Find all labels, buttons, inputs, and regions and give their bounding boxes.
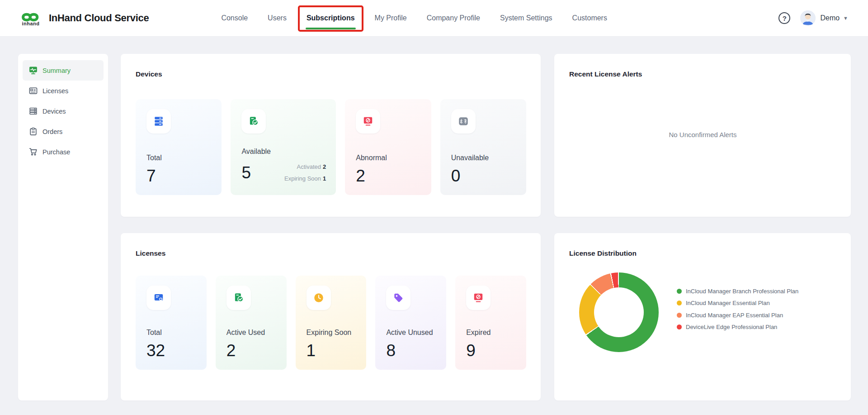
nav-tab-subscriptions[interactable]: Subscriptions [307,0,355,36]
donut-hole [594,287,644,337]
nav-tab-system-settings[interactable]: System Settings [500,0,552,36]
legend-item: InCloud Manager Essential Plan [677,297,798,310]
nav-tab-company-profile[interactable]: Company Profile [427,0,480,36]
tile-value: 7 [146,167,156,184]
licenses-card: Licenses Total 32 [121,233,541,401]
nav-tab-subscriptions-label: Subscriptions [307,14,355,22]
summary-monitor-pulse-icon [29,66,38,75]
sidebar-label: Licenses [42,87,68,95]
devices-card: Devices Total 7 [121,54,541,217]
tag-icon [386,286,410,310]
tile-value: 5 [241,164,251,181]
sidebar-item-devices[interactable]: Devices [23,101,104,121]
substat-expiring-soon: Expiring Soon1 [284,173,326,184]
device-total-tile: Total 7 [136,99,222,195]
sidebar-label: Summary [42,67,71,74]
tile-value: 32 [146,342,165,359]
tile-value: 2 [356,167,365,184]
tile-value: 1 [307,342,316,359]
legend-dot-green [677,289,682,294]
chevron-down-icon: ▼ [843,15,848,21]
server-stack-icon [29,107,38,115]
app-title: InHand Cloud Service [49,12,149,24]
sidebar-label: Purchase [42,148,70,156]
primary-nav: Console Users Subscriptions My Profile C… [221,0,607,36]
tile-value: 9 [466,342,476,359]
legend-item: DeviceLive Edge Professional Plan [677,321,798,334]
sidebar-item-orders[interactable]: Orders [23,121,104,142]
alerts-card-title: Recent License Alerts [569,70,836,78]
inhand-logo-icon: inhand [18,10,43,26]
tile-label: Expired [466,329,516,337]
active-tab-underline [306,28,356,29]
certificate-icon [146,286,171,310]
license-distribution-donut-chart[interactable] [579,272,659,352]
logo-wordmark: inhand [22,21,39,26]
substat-activated: Activated2 [284,161,326,172]
legend-item: InCloud Manager Branch Professional Plan [677,285,798,297]
device-check-icon [241,109,266,134]
license-expired-tile: Expired 9 [455,276,526,370]
legend-label: InCloud Manager Branch Professional Plan [686,288,798,295]
user-avatar [800,10,816,26]
tile-label: Expiring Soon [307,329,357,337]
nav-tab-console[interactable]: Console [221,0,248,36]
legend-label: InCloud Manager Essential Plan [686,300,770,306]
nav-tab-users[interactable]: Users [268,0,287,36]
clipboard-icon [29,127,38,136]
tile-label: Active Unused [386,329,436,337]
legend-dot-red [677,324,682,329]
legend-dot-orange [677,313,682,318]
device-available-tile: Available 5 Activated2 Expiring Soon1 [231,99,336,195]
monitor-blocked-icon [466,286,491,310]
sidebar-label: Devices [42,108,66,115]
brand-logo[interactable]: inhand InHand Cloud Service [18,10,149,26]
user-menu[interactable]: Demo ▼ [800,10,848,26]
license-active-used-tile: Active Used 2 [216,276,287,370]
sidebar-item-purchase[interactable]: Purchase [23,142,104,162]
user-name: Demo [820,14,840,22]
tile-label: Active Used [226,329,277,337]
tile-value: 8 [386,342,396,359]
tile-label: Total [146,329,197,337]
sidebar-label: Orders [42,128,62,135]
devices-card-title: Devices [136,70,526,78]
sidebar: Summary Licenses [18,54,108,401]
nav-tab-my-profile[interactable]: My Profile [375,0,407,36]
device-unavailable-tile: Unavailable 0 [440,99,526,195]
license-card-icon [29,86,38,95]
broken-link-icon [451,109,476,134]
legend-item: InCloud Manager EAP Essential Plan [677,309,798,321]
monitor-blocked-icon [356,109,380,134]
sidebar-item-summary[interactable]: Summary [23,60,104,81]
license-total-tile: Total 32 [136,276,207,370]
tile-value: 0 [451,167,461,184]
top-navbar: inhand InHand Cloud Service Console User… [0,0,868,37]
distribution-card-title: License Distribution [569,249,836,258]
recent-license-alerts-card: Recent License Alerts No Unconfirmed Ale… [554,54,851,217]
tile-label: Unavailable [451,154,516,162]
tile-label: Available [241,148,326,156]
sidebar-item-licenses[interactable]: Licenses [23,81,104,101]
tile-label: Abnormal [356,154,421,162]
chart-legend: InCloud Manager Branch Professional Plan… [677,285,798,333]
license-expiring-soon-tile: Expiring Soon 1 [296,276,367,370]
device-abnormal-tile: Abnormal 2 [345,99,431,195]
license-distribution-card: License Distribution InCloud Manager Bra… [554,233,851,401]
server-stack-icon [146,109,171,134]
licenses-card-title: Licenses [136,249,526,258]
nav-tab-customers[interactable]: Customers [572,0,607,36]
legend-label: InCloud Manager EAP Essential Plan [686,312,783,319]
tile-label: Total [146,154,212,162]
clock-icon [307,286,331,310]
no-alerts-message: No Unconfirmed Alerts [569,131,836,138]
license-active-unused-tile: Active Unused 8 [375,276,446,370]
tile-value: 2 [226,342,236,359]
help-icon[interactable]: ? [778,12,790,24]
legend-dot-yellow [677,301,682,305]
shopping-cart-icon [29,148,38,156]
legend-label: DeviceLive Edge Professional Plan [686,324,777,330]
device-check-icon [226,286,251,310]
